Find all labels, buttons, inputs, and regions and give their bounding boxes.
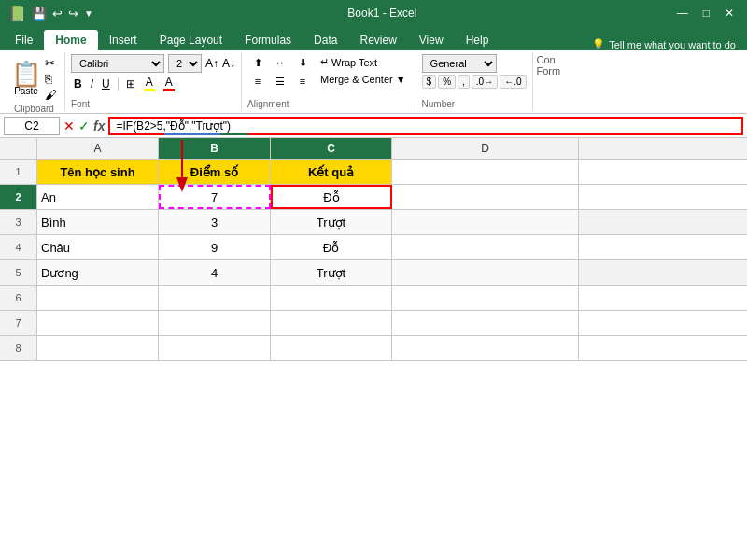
underline-button[interactable]: U <box>99 77 113 91</box>
cell-c3[interactable]: Trượt <box>271 210 392 234</box>
tab-review[interactable]: Review <box>348 30 407 50</box>
tab-home[interactable]: Home <box>44 30 97 50</box>
tab-formulas[interactable]: Formulas <box>233 30 303 50</box>
cell-c6[interactable] <box>271 286 392 310</box>
align-top-button[interactable]: ⬆ <box>247 54 268 71</box>
cell-b4[interactable]: 9 <box>159 235 271 259</box>
col-header-a[interactable]: A <box>37 138 159 159</box>
cell-c2[interactable]: Đỗ <box>271 185 392 209</box>
font-size-selector[interactable]: 20 <box>168 54 202 73</box>
cell-c7[interactable] <box>271 311 392 335</box>
tab-data[interactable]: Data <box>303 30 348 50</box>
increase-decimal-button[interactable]: .0→ <box>472 75 498 89</box>
table-row: 1 Tên học sinh Điểm số Kết quả <box>0 160 747 185</box>
cell-a3[interactable]: Bình <box>37 210 159 234</box>
window-controls: — □ ✕ <box>671 7 740 20</box>
cell-a5[interactable]: Dương <box>37 260 159 285</box>
col-header-d[interactable]: D <box>392 138 579 159</box>
increase-font-icon[interactable]: A↑ <box>205 57 218 70</box>
cell-b6[interactable] <box>159 286 271 310</box>
redo-icon[interactable]: ↪ <box>68 7 78 21</box>
cancel-formula-icon[interactable]: ✕ <box>63 119 75 133</box>
undo-icon[interactable]: ↩ <box>52 7 63 21</box>
cell-d2[interactable] <box>392 185 579 209</box>
formula-bar: ✕ ✓ fx <box>0 114 747 138</box>
cell-reference-box[interactable] <box>4 117 60 135</box>
col-header-b[interactable]: B <box>159 138 271 159</box>
font-name-selector[interactable]: Calibri <box>71 54 164 73</box>
cell-c5[interactable]: Trượt <box>271 260 392 285</box>
merge-center-button[interactable]: Merge & Center ▼ <box>317 72 410 87</box>
font-color-button[interactable]: A <box>161 75 177 92</box>
tab-help[interactable]: Help <box>455 30 500 50</box>
cell-a2[interactable]: An <box>37 185 159 209</box>
insert-function-icon[interactable]: fx <box>93 119 105 133</box>
clipboard-group: 📋 Paste ✂ ⎘ 🖌 Clipboard <box>4 52 65 111</box>
merge-center-dropdown-icon[interactable]: ▼ <box>396 74 406 85</box>
currency-button[interactable]: $ <box>422 75 437 89</box>
fill-color-button[interactable]: A <box>141 75 158 92</box>
format-partial-label: Form <box>537 65 561 77</box>
tab-file[interactable]: File <box>4 30 44 50</box>
cell-b8[interactable] <box>159 336 271 360</box>
decrease-decimal-button[interactable]: ←.0 <box>500 75 526 89</box>
align-right-button[interactable]: ≡ <box>292 73 313 90</box>
borders-button[interactable]: ⊞ <box>123 77 138 91</box>
align-left-button[interactable]: ≡ <box>247 73 268 90</box>
format-painter-icon[interactable]: 🖌 <box>45 88 57 102</box>
align-bottom-button[interactable]: ⬇ <box>292 54 313 71</box>
cell-d1[interactable] <box>392 160 579 184</box>
cell-b5[interactable]: 4 <box>159 260 271 285</box>
italic-button[interactable]: I <box>88 77 96 91</box>
maximize-button[interactable]: □ <box>698 7 715 20</box>
cell-a1[interactable]: Tên học sinh <box>37 160 159 184</box>
row-number-8: 8 <box>0 336 37 360</box>
cell-d8[interactable] <box>392 336 579 360</box>
tell-me-box[interactable]: 💡 Tell me what you want to do <box>592 38 743 50</box>
tab-page-layout[interactable]: Page Layout <box>148 30 233 50</box>
confirm-formula-icon[interactable]: ✓ <box>78 119 90 133</box>
bold-button[interactable]: B <box>71 77 85 91</box>
cell-c4[interactable]: Đỗ <box>271 235 392 259</box>
table-row: 7 <box>0 311 747 336</box>
col-header-c[interactable]: C <box>271 138 392 159</box>
cell-a8[interactable] <box>37 336 159 360</box>
cell-a7[interactable] <box>37 311 159 335</box>
cell-d6[interactable] <box>392 286 579 310</box>
align-center-button[interactable]: ☰ <box>270 73 290 90</box>
cell-b1[interactable]: Điểm số <box>159 160 271 184</box>
align-middle-button[interactable]: ↔ <box>270 54 290 71</box>
copy-icon[interactable]: ⎘ <box>45 72 57 86</box>
minimize-button[interactable]: — <box>671 7 694 20</box>
cell-c8[interactable] <box>271 336 392 360</box>
cell-b2[interactable]: 7 <box>159 185 271 209</box>
tab-view[interactable]: View <box>408 30 455 50</box>
cell-d3[interactable] <box>392 210 579 234</box>
number-format-selector[interactable]: General <box>422 54 497 73</box>
close-button[interactable]: ✕ <box>719 7 740 20</box>
quick-access-save-icon[interactable]: 💾 <box>32 7 47 21</box>
customize-quick-access-icon[interactable]: ▼ <box>84 8 93 19</box>
decrease-font-icon[interactable]: A↓ <box>222 57 235 70</box>
cell-d4[interactable] <box>392 235 579 259</box>
row-number-7: 7 <box>0 311 37 335</box>
row-number-1: 1 <box>0 160 37 184</box>
merge-center-label: Merge & Center <box>320 74 393 85</box>
cell-b3[interactable]: 3 <box>159 210 271 234</box>
cell-a6[interactable] <box>37 286 159 310</box>
cell-d7[interactable] <box>392 311 579 335</box>
wrap-text-button[interactable]: ↵ Wrap Text <box>317 54 381 70</box>
wrap-text-icon: ↵ <box>320 56 329 68</box>
cell-b7[interactable] <box>159 311 271 335</box>
table-row: 2 An 7 Đỗ <box>0 185 747 210</box>
cut-icon[interactable]: ✂ <box>45 56 57 70</box>
percent-button[interactable]: % <box>438 75 456 89</box>
comma-button[interactable]: , <box>458 75 470 89</box>
paste-icon[interactable]: 📋 <box>11 62 41 86</box>
font-group-label: Font <box>71 97 235 109</box>
tab-insert[interactable]: Insert <box>98 30 148 50</box>
title-bar: 📗 💾 ↩ ↪ ▼ Book1 - Excel — □ ✕ <box>0 0 747 26</box>
cell-c1[interactable]: Kết quả <box>271 160 392 184</box>
cell-a4[interactable]: Châu <box>37 235 159 259</box>
cell-d5[interactable] <box>392 260 579 285</box>
